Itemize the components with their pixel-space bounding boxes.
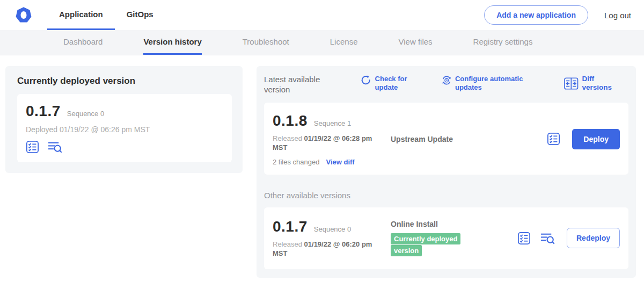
add-new-application-button[interactable]: Add a new application: [484, 5, 588, 25]
tab-gitops[interactable]: GitOps: [115, 0, 165, 30]
released-label: Released: [273, 134, 302, 142]
version-source-label: Online Install: [391, 220, 438, 228]
version-source-label: Upstream Update: [391, 135, 453, 143]
currently-deployed-panel: Currently deployed version 0.1.7 Sequenc…: [5, 66, 243, 173]
heptagon-logo-icon: [14, 6, 33, 24]
preflight-checks-icon[interactable]: [26, 140, 39, 154]
view-diff-link[interactable]: View diff: [326, 158, 354, 166]
primary-tabs: Application GitOps: [47, 0, 165, 30]
diff-table-icon: [564, 77, 579, 90]
view-logs-icon[interactable]: [48, 140, 62, 154]
version-row-latest: 0.1.8 Sequence 1 Released 01/19/22 @ 06:…: [264, 103, 628, 175]
diff-versions-link[interactable]: Diff versions: [564, 75, 625, 92]
other-sequence-label: Sequence 0: [314, 225, 351, 233]
subnav-registry-settings[interactable]: Registry settings: [473, 30, 533, 55]
preflight-checks-icon[interactable]: [547, 132, 560, 146]
diff-versions-label: Diff versions: [582, 75, 625, 92]
deployed-sequence-label: Sequence 0: [67, 110, 104, 118]
app-logo[interactable]: [0, 0, 47, 30]
subnav-view-files[interactable]: View files: [398, 30, 432, 55]
other-available-versions-title: Other available versions: [264, 191, 628, 200]
clock-refresh-icon: [442, 75, 451, 86]
subnav-license[interactable]: License: [330, 30, 358, 55]
check-for-update-link[interactable]: Check for update: [361, 75, 411, 91]
tab-gitops-label: GitOps: [127, 10, 153, 19]
tab-application[interactable]: Application: [47, 0, 115, 30]
check-for-update-label: Check for update: [375, 75, 411, 91]
configure-automatic-updates-label: Configure automatic updates: [455, 75, 533, 91]
redeploy-button[interactable]: Redeploy: [567, 228, 620, 248]
top-header: Application GitOps Add a new application…: [0, 0, 644, 30]
latest-available-title: Latest available version: [264, 75, 333, 95]
currently-deployed-badge: Currently deployed version: [391, 233, 460, 256]
latest-version-number: 0.1.8: [273, 112, 308, 129]
subnav-version-history[interactable]: Version history: [143, 30, 201, 55]
configure-automatic-updates-link[interactable]: Configure automatic updates: [442, 75, 533, 91]
subnav-troubleshoot[interactable]: Troubleshoot: [243, 30, 289, 55]
refresh-arrow-icon: [361, 75, 371, 86]
version-row-other: 0.1.7 Sequence 0 Released 01/19/22 @ 06:…: [264, 207, 628, 269]
tab-application-label: Application: [59, 10, 103, 19]
currently-deployed-title: Currently deployed version: [17, 76, 232, 87]
files-changed-text: 2 files changed: [273, 158, 319, 166]
deployed-date-text: Deployed 01/19/22 @ 06:26 pm MST: [26, 125, 222, 134]
logout-link[interactable]: Log out: [604, 11, 631, 20]
latest-sequence-label: Sequence 1: [314, 119, 351, 127]
view-logs-icon[interactable]: [540, 232, 555, 245]
deploy-button[interactable]: Deploy: [572, 129, 620, 149]
deployed-version-card: 0.1.7 Sequence 0 Deployed 01/19/22 @ 06:…: [17, 94, 232, 162]
deployed-version-number: 0.1.7: [26, 103, 61, 120]
app-subnav: Dashboard Version history Troubleshoot L…: [0, 30, 644, 55]
other-version-number: 0.1.7: [273, 218, 308, 235]
available-versions-panel: Latest available version Check for updat…: [257, 66, 636, 278]
preflight-checks-icon[interactable]: [517, 232, 531, 245]
released-label: Released: [273, 240, 302, 248]
subnav-dashboard[interactable]: Dashboard: [63, 30, 103, 55]
